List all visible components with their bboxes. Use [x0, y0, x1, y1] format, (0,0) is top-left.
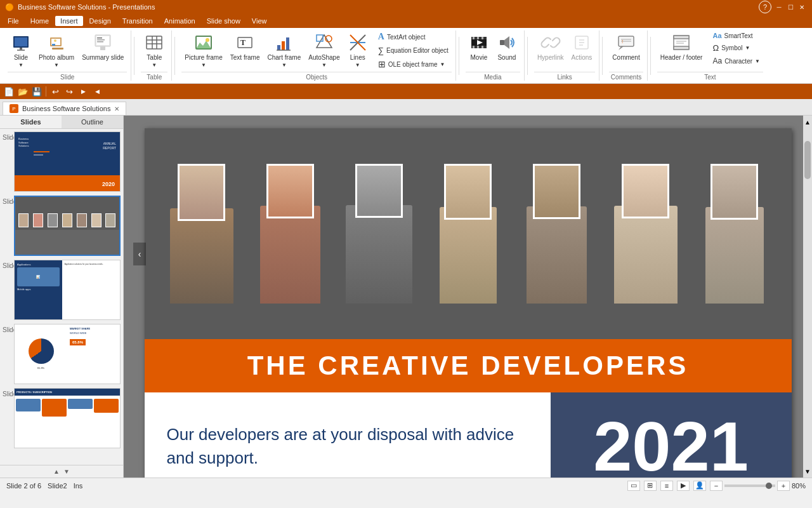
qat-arrow[interactable]: ▶ [77, 85, 89, 98]
qat-back[interactable]: ◀ [91, 85, 103, 98]
menu-design[interactable]: Design [84, 16, 116, 26]
slide-thumb-5[interactable]: Slide5 PRODUCTS / SUBSCRIPTION [3, 388, 121, 448]
slide-preview-2[interactable]: THE CREATIVE DEVELOPERS Our developers a… [14, 196, 121, 256]
slideshow-button[interactable]: ▶ [677, 481, 690, 491]
person-4 [433, 164, 503, 304]
save-button[interactable]: 💾 [30, 85, 43, 98]
maximize-button[interactable]: ☐ [785, 2, 796, 12]
held-photo-6 [622, 164, 669, 218]
status-bar: Slide 2 of 6 Slide2 Ins ▭ ⊞ ≡ ▶ 👤 − + 80… [0, 478, 812, 493]
ribbon-group-links-items: Hyperlink Actions [534, 30, 595, 70]
slide-button[interactable]: Slide ▼ [8, 30, 34, 70]
text-frame-button[interactable]: T Text frame [227, 30, 263, 63]
svg-rect-2 [20, 48, 22, 50]
slide-preview-3[interactable]: Applications 📊 Mobile apps Application s… [14, 260, 121, 320]
equation-button[interactable]: ∑ Equation Editor object [375, 44, 452, 57]
help-button[interactable]: ? [759, 1, 771, 13]
menu-animation[interactable]: Animation [159, 16, 200, 26]
slide-preview-1[interactable]: BusinessSoftwareSolutions ANNUALREPORT 2… [14, 131, 121, 192]
autoshape-icon [314, 32, 334, 53]
slide-bottom: Our developers are at your disposal with… [145, 392, 792, 478]
smarttext-button[interactable]: Aa SmartText [709, 30, 763, 41]
close-button[interactable]: ✕ [797, 2, 807, 12]
new-button[interactable]: 📄 [3, 85, 15, 98]
qat-separator-1 [46, 86, 46, 97]
svg-marker-55 [619, 46, 624, 50]
table-button[interactable]: Table ▼ [141, 30, 167, 70]
slide-thumb-1[interactable]: Slide1 BusinessSoftwareSolutions ANNUALR… [3, 131, 121, 192]
sound-button[interactable]: Sound [494, 30, 520, 63]
undo-button[interactable]: ↩ [49, 85, 62, 98]
movie-button[interactable]: Movie [466, 30, 492, 63]
symbol-button[interactable]: Ω Symbol ▼ [709, 42, 763, 54]
outline-tab[interactable]: Outline [62, 116, 123, 128]
divider-5 [602, 37, 603, 75]
menu-file[interactable]: File [3, 16, 24, 26]
divider-6 [650, 37, 651, 75]
slide-preview-4[interactable]: 65.8% MARKET SHARE WORLD WIDE 65.8% [14, 324, 121, 384]
held-photo-7 [710, 164, 758, 220]
hyperlink-button[interactable]: Hyperlink [534, 30, 567, 63]
menu-transition[interactable]: Transition [117, 16, 158, 26]
photo-album-button[interactable]: Photo album ▼ [36, 30, 77, 70]
character-button[interactable]: Aa Character ▼ [709, 55, 763, 67]
menu-home[interactable]: Home [25, 16, 54, 26]
header-footer-button[interactable]: Header / footer [657, 30, 706, 63]
slides-tab[interactable]: Slides [0, 116, 62, 128]
title-bar-text: Business Software Solutions - Presentati… [18, 3, 155, 11]
autoshape-button[interactable]: AutoShape ▼ [305, 30, 343, 70]
redo-button[interactable]: ↪ [63, 85, 75, 98]
slide-thumb-2[interactable]: Slide2 TH [3, 196, 121, 256]
slide-dropdown-arrow: ▼ [18, 62, 23, 68]
open-button[interactable]: 📂 [16, 85, 29, 98]
normal-view-button[interactable]: ▭ [627, 481, 640, 491]
scrollbar-thumb[interactable] [804, 141, 811, 179]
person-5 [522, 164, 592, 304]
ribbon-group-media-label: Media [466, 72, 520, 81]
minimize-button[interactable]: ─ [774, 2, 784, 12]
equation-label: Equation Editor object [386, 47, 449, 54]
comment-button[interactable]: ! Comment [609, 30, 643, 63]
outline-view-button[interactable]: ≡ [660, 481, 673, 491]
doc-tab-close[interactable]: ✕ [114, 105, 119, 112]
scroll-up-button[interactable]: ▲ [803, 116, 812, 128]
zoom-in-button[interactable]: + [777, 481, 790, 491]
menu-slideshow[interactable]: Slide show [202, 16, 246, 26]
scroll-down-button[interactable]: ▼ [803, 465, 812, 478]
svg-rect-39 [477, 37, 479, 39]
doc-tab[interactable]: P Business Software Solutions ✕ [3, 102, 126, 115]
symbol-dropdown-arrow: ▼ [745, 45, 750, 51]
picture-frame-button[interactable]: Picture frame ▼ [181, 30, 225, 70]
canvas-scrollbar[interactable]: ▲ ▼ [803, 116, 812, 478]
slide-prev-arrow[interactable]: ‹ [133, 243, 146, 265]
menu-view[interactable]: View [247, 16, 272, 26]
chart-frame-button[interactable]: Chart frame ▼ [264, 30, 304, 70]
menu-insert[interactable]: Insert [55, 16, 83, 26]
slide-sorter-button[interactable]: ⊞ [644, 481, 657, 491]
textart-button[interactable]: A TextArt object [375, 30, 452, 43]
slide-count: Slide 2 of 6 [6, 482, 41, 490]
svg-rect-41 [473, 46, 475, 48]
smarttext-label: SmartText [724, 32, 753, 39]
slide-thumb-3[interactable]: Slide3 Applications 📊 Mobile apps Applic… [3, 260, 121, 320]
ribbon-group-table-items: Table ▼ [141, 30, 167, 70]
lines-button[interactable]: Lines ▼ [344, 30, 371, 70]
slide-text-area: Our developers are at your disposal with… [145, 392, 551, 478]
summary-slide-button[interactable]: Summary slide [79, 30, 127, 63]
slide-preview-5[interactable]: PRODUCTS / SUBSCRIPTION [14, 388, 121, 448]
zoom-slider[interactable] [724, 485, 775, 487]
svg-text:T: T [240, 38, 246, 47]
presenter-button[interactable]: 👤 [693, 481, 706, 491]
svg-rect-11 [97, 37, 102, 39]
slides-scroll-up[interactable]: ▲ [53, 468, 60, 475]
lines-label: Lines [350, 54, 365, 61]
actions-button[interactable]: Actions [568, 30, 596, 63]
svg-point-7 [54, 39, 56, 42]
slide-thumb-4[interactable]: Slide4 65.8% MARKET SHARE WORLD WIDE 65.… [3, 324, 121, 384]
ole-button[interactable]: ⊞ OLE object frame ▼ [375, 58, 452, 70]
smarttext-icon: Aa [712, 32, 721, 39]
slides-scroll-down[interactable]: ▼ [63, 468, 70, 475]
table-label: Table [147, 54, 162, 61]
zoom-out-button[interactable]: − [710, 481, 723, 491]
quick-access-toolbar: 📄 📂 💾 ↩ ↪ ▶ ◀ [0, 84, 812, 99]
